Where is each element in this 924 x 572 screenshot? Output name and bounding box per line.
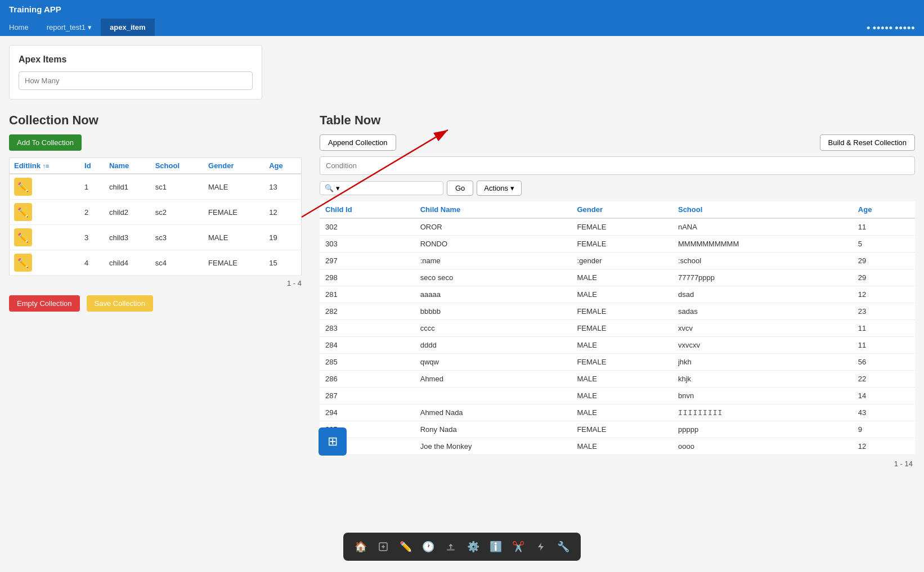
actions-button[interactable]: Actions ▾ [477,181,522,196]
child-name-cell: Ahmed [415,371,572,388]
toolbar-info-btn[interactable]: ℹ️ [485,536,506,557]
add-to-collection-button[interactable]: Add To Collection [9,134,82,151]
age-cell: 29 [853,269,915,286]
child-id-cell: 281 [320,286,415,303]
sort-icon: ↑≡ [43,163,50,169]
th-child-name[interactable]: Child Name [415,201,572,218]
child-name-cell: qwqw [415,354,572,371]
table-now-title: Table Now [320,113,915,128]
save-collection-button[interactable]: Save Collection [87,295,153,312]
bottom-toolbar: 🏠 ✏️ 🕐 ⚙️ ℹ️ ✂️ 🔧 [343,533,581,561]
apex-items-box: Apex Items [9,45,262,100]
th-age[interactable]: Age [853,201,915,218]
toolbar-edit-btn[interactable]: ✏️ [395,536,416,557]
two-column-layout: 📋 Collection Now Add To Collection Editl… [9,113,915,472]
condition-input[interactable] [320,156,915,175]
svg-marker-4 [538,543,544,551]
toolbar-external-btn[interactable] [373,536,394,557]
col-school[interactable]: School [151,158,204,174]
nav-apex-item[interactable]: apex_item [101,19,155,36]
search-box[interactable]: 🔍 ▾ [320,181,443,195]
child-id-cell: 298 [320,269,415,286]
collection-bottom-buttons: Empty Collection Save Collection [9,295,302,312]
how-many-input[interactable] [19,71,253,90]
edit-cell: ✏️ [10,225,80,250]
toolbar-history-btn[interactable]: 🕐 [418,536,439,557]
name-cell: child4 [105,250,151,276]
edit-cell: ✏️ [10,250,80,276]
append-collection-button[interactable]: Append Collection [320,134,396,151]
age-cell: 15 [264,250,301,276]
edit-icon-btn[interactable]: ✏️ [14,178,32,196]
edit-icon-btn[interactable]: ✏️ [14,228,32,246]
search-icon: 🔍 [325,184,334,192]
app-title: Training APP [0,0,924,19]
user-info: ● ●●●●● ●●●●● [858,19,924,36]
gender-cell: FEMALE [571,218,672,236]
nav-report-test1[interactable]: report_test1 ▾ [38,19,101,36]
name-cell: child2 [105,200,151,225]
toolbar-wrench-btn[interactable]: 🔧 [553,536,574,557]
gender-cell: MALE [204,225,264,250]
toolbar-flash-btn[interactable] [530,536,551,557]
edit-icon-btn[interactable]: ✏️ [14,254,32,272]
table-row: 283 cccc FEMALE xvcv 11 [320,320,915,337]
toolbar-upload-btn[interactable] [440,536,461,557]
table-row: 298 seco seco MALE 77777pppp 29 [320,269,915,286]
apex-items-title: Apex Items [19,55,253,65]
gender-cell: MALE [571,337,672,354]
school-cell: sc3 [151,225,204,250]
child-name-cell: dddd [415,337,572,354]
go-button[interactable]: Go [447,181,473,196]
age-cell: 23 [853,303,915,320]
gender-cell: MALE [571,404,672,421]
nav-home[interactable]: Home [0,19,38,36]
age-cell: 12 [264,200,301,225]
th-gender[interactable]: Gender [571,201,672,218]
gender-cell: FEMALE [571,421,672,438]
age-cell: 5 [853,236,915,253]
toolbar-settings-btn[interactable]: ⚙️ [463,536,484,557]
nav-bar: Home report_test1 ▾ apex_item ● ●●●●● ●●… [0,19,924,36]
school-cell: :school [672,253,853,269]
table-row: 284 dddd MALE vxvcxv 11 [320,337,915,354]
search-dropdown-icon[interactable]: ▾ [336,184,340,192]
child-name-cell: cccc [415,320,572,337]
name-cell: child3 [105,225,151,250]
edit-icon-btn[interactable]: ✏️ [14,203,32,221]
search-input[interactable] [342,184,438,192]
build-reset-button[interactable]: Build & Reset Collection [820,134,915,151]
school-cell: khjk [672,371,853,388]
col-id[interactable]: Id [80,158,105,174]
school-cell: sc1 [151,174,204,200]
child-id-cell: 284 [320,337,415,354]
table-row: 287 MALE bnvn 14 [320,388,915,404]
child-id-cell: 283 [320,320,415,337]
school-cell: IIIIIIIII [672,404,853,421]
gender-cell: MALE [571,371,672,388]
th-child-id[interactable]: Child Id [320,201,415,218]
table-pagination: 1 - 14 [320,455,915,472]
collection-table: Editlink ↑≡ Id Name School Gender Age ✏️… [9,157,302,276]
toolbar-cut-btn[interactable]: ✂️ [508,536,529,557]
main-content: Apex Items 📋 Collection Now Add To Colle… [0,36,924,563]
empty-collection-button[interactable]: Empty Collection [9,295,80,312]
collection-title: Collection Now [9,113,302,128]
gender-cell: FEMALE [571,303,672,320]
col-gender[interactable]: Gender [204,158,264,174]
th-school[interactable]: School [672,201,853,218]
col-name[interactable]: Name [105,158,151,174]
gender-cell: MALE [571,269,672,286]
school-cell: oooo [672,438,853,455]
child-id-cell: 297 [320,253,415,269]
col-age[interactable]: Age [264,158,301,174]
toolbar-home-btn[interactable]: 🏠 [350,536,371,557]
col-editlink[interactable]: Editlink ↑≡ [10,158,80,174]
edit-cell: ✏️ [10,174,80,200]
school-cell: MMMMMMMMMM [672,236,853,253]
data-table: Child Id Child Name Gender School Age 30… [320,201,915,455]
chevron-down-icon: ▾ [510,184,514,192]
gender-cell: FEMALE [571,236,672,253]
school-cell: jhkh [672,354,853,371]
table-grid-icon[interactable]: ⊞ [319,427,347,456]
